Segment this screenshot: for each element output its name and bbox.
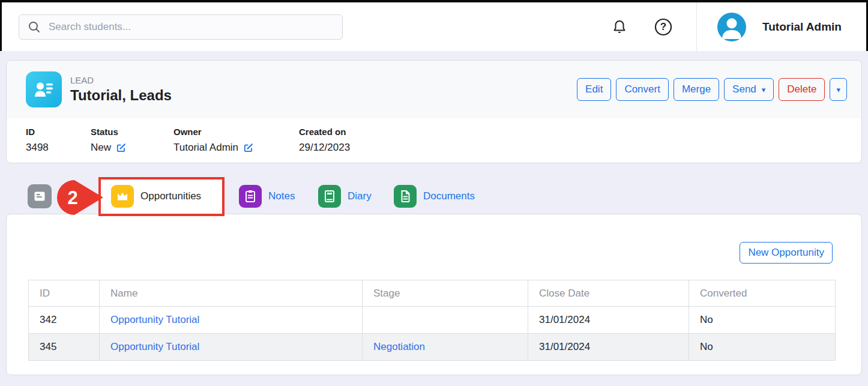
tab-opportunities[interactable]: Opportunities [111,185,201,208]
field-created-on: Created on 29/12/2023 [299,127,350,154]
app-window: ? Tutorial Admin LEAD Tutorial, Leads [0,0,868,386]
column-header-name: Name [100,280,363,307]
tab-notes-label: Notes [268,190,295,202]
search-box[interactable] [19,14,343,40]
topbar-right: ? Tutorial Admin [612,2,866,51]
field-id-value: 3498 [26,142,91,154]
annotation-number: 2 [67,187,77,208]
edit-button[interactable]: Edit [577,78,611,101]
field-id: ID 3498 [26,127,91,154]
lead-action-buttons: Edit Convert Merge Send▾ Delete ▾ [577,78,847,101]
opportunities-crown-icon [111,185,134,208]
caret-down-icon: ▾ [836,86,840,94]
new-opportunity-button[interactable]: New Opportunity [740,242,833,264]
merge-button[interactable]: Merge [674,78,719,101]
stage-link[interactable]: Negotiation [373,341,425,352]
documents-file-icon [394,185,417,208]
column-header-stage: Stage [363,280,528,307]
annotation-pointer: 2 [57,179,105,218]
column-header-converted: Converted [689,280,836,307]
field-created-on-value: 29/12/2023 [299,142,350,154]
help-button[interactable]: ? [654,18,672,36]
delete-button[interactable]: Delete [779,78,825,101]
opportunities-table: ID Name Stage Close Date Converted 342 O… [28,280,836,361]
lead-titles: LEAD Tutorial, Leads [70,75,172,104]
topbar: ? Tutorial Admin [0,2,868,51]
notifications-button[interactable] [612,19,627,35]
tab-diary-label: Diary [348,190,372,202]
tab-documents-label: Documents [423,190,475,202]
opportunity-name-link[interactable]: Opportunity Tutorial [110,341,199,352]
diary-book-icon [318,185,341,208]
cell-converted: No [689,334,836,361]
tab-documents[interactable]: Documents [394,185,475,208]
cell-stage [363,307,528,334]
field-owner: Owner Tutorial Admin [173,127,299,154]
tab-diary[interactable]: Diary [318,185,372,208]
field-created-on-label: Created on [299,127,350,137]
tab-details[interactable] [28,184,52,208]
field-owner-label: Owner [173,127,299,137]
notes-clipboard-icon [239,185,262,208]
entity-type-label: LEAD [70,75,172,85]
edit-status-icon[interactable] [116,143,126,152]
user-name: Tutorial Admin [762,20,842,34]
bell-icon [612,19,627,35]
field-owner-value: Tutorial Admin [173,142,238,154]
details-tab-icon [28,184,52,208]
table-row: 342 Opportunity Tutorial 31/01/2024 No [29,307,836,334]
opportunities-panel: New Opportunity ID Name Stage Close Date… [6,214,862,375]
caret-down-icon: ▾ [762,86,766,94]
table-header-row: ID Name Stage Close Date Converted [29,280,836,307]
lead-icon [26,71,62,107]
field-status-label: Status [91,127,173,137]
cell-close-date: 31/01/2024 [528,307,689,334]
send-button[interactable]: Send▾ [724,78,774,101]
main-content: LEAD Tutorial, Leads Edit Convert Merge … [0,51,868,386]
lead-card-header: LEAD Tutorial, Leads Edit Convert Merge … [7,61,861,118]
window-top-border [0,0,868,2]
convert-button[interactable]: Convert [616,78,669,101]
help-icon: ? [654,18,672,36]
user-menu[interactable]: Tutorial Admin [696,2,866,51]
edit-owner-icon[interactable] [244,143,253,152]
column-header-id: ID [29,280,100,307]
cell-id: 342 [29,307,100,334]
field-status: Status New [91,127,173,154]
cell-id: 345 [29,334,100,361]
more-actions-button[interactable]: ▾ [830,78,847,101]
opportunity-name-link[interactable]: Opportunity Tutorial [110,314,199,325]
search-icon [28,20,41,34]
search-input[interactable] [47,20,334,34]
tab-notes[interactable]: Notes [239,185,295,208]
cell-converted: No [689,307,836,334]
record-tabs: 2 Opportunities Notes [6,180,862,214]
table-row: 345 Opportunity Tutorial Negotiation 31/… [29,334,836,361]
avatar-icon [717,13,746,41]
column-header-close-date: Close Date [528,280,689,307]
field-id-label: ID [26,127,91,137]
cell-close-date: 31/01/2024 [528,334,689,361]
page-title: Tutorial, Leads [70,87,172,104]
field-status-value: New [91,142,111,154]
lead-info-row: ID 3498 Status New Owner Tutorial Ad [7,118,861,154]
lead-card: LEAD Tutorial, Leads Edit Convert Merge … [6,60,862,163]
tab-opportunities-label: Opportunities [140,190,201,202]
